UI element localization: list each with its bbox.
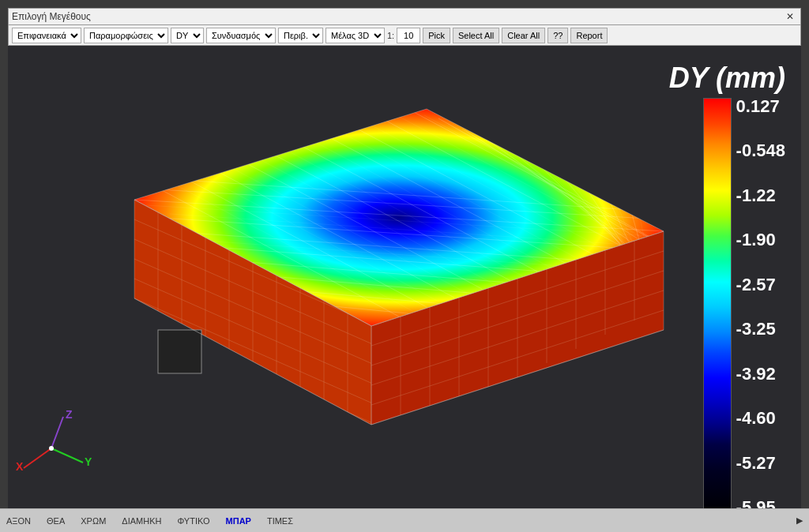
status-scroll: ▶ bbox=[796, 515, 803, 526]
legend-value: -4.60 bbox=[736, 410, 785, 427]
title-bar: Επιλογή Μεγέθους ✕ bbox=[8, 8, 801, 25]
status-phytiko: ΦΥΤΙΚΟ bbox=[177, 516, 209, 526]
member-dropdown[interactable]: Μέλας 3D bbox=[325, 28, 385, 43]
legend-value: -1.90 bbox=[736, 231, 785, 249]
legend-value: -5.27 bbox=[736, 455, 785, 472]
status-mpar: ΜΠΑΡ bbox=[226, 516, 251, 526]
status-axon: ΑΞON bbox=[6, 516, 31, 526]
svg-text:X: X bbox=[16, 460, 24, 473]
category-dropdown[interactable]: Επιφανειακά bbox=[12, 28, 81, 43]
legend-labels: 0.127-0.548-1.22-1.90-2.57-3.25-3.92-4.6… bbox=[736, 98, 785, 508]
envelope-dropdown[interactable]: Περιβ. bbox=[278, 28, 323, 43]
toolbar: Επιφανειακά Παραμορφώσεις DY Συνδυασμός … bbox=[8, 25, 801, 46]
clear-all-button[interactable]: Clear All bbox=[502, 28, 545, 43]
close-button[interactable]: ✕ bbox=[783, 11, 797, 22]
report-button[interactable]: Report bbox=[570, 28, 608, 43]
legend-value: -0.548 bbox=[736, 142, 785, 159]
legend-value: -5.95 bbox=[736, 499, 785, 508]
legend-value: -3.25 bbox=[736, 320, 785, 338]
select-all-button[interactable]: Select All bbox=[453, 28, 499, 43]
status-view: ΘΕΑ bbox=[47, 516, 65, 526]
legend-gradient-bar bbox=[703, 98, 732, 508]
legend-value: -2.57 bbox=[736, 276, 785, 294]
direction-dropdown[interactable]: DY bbox=[171, 28, 204, 43]
pick-button[interactable]: Pick bbox=[423, 28, 450, 43]
combination-dropdown[interactable]: Συνδυασμός bbox=[206, 28, 276, 43]
status-times: ΤΙΜΕΣ bbox=[267, 516, 293, 526]
window-title: Επιλογή Μεγέθους bbox=[12, 11, 91, 22]
legend-bar-container: 0.127-0.548-1.22-1.90-2.57-3.25-3.92-4.6… bbox=[703, 98, 785, 508]
status-bar: ΑΞON ΘΕΑ ΧΡΩΜ ΔΙΑΜΗΚΗ ΦΥΤΙΚΟ ΜΠΑΡ ΤΙΜΕΣ … bbox=[0, 508, 809, 532]
color-legend: DY (mm) 0.127-0.548-1.22-1.90-2.57-3.25-… bbox=[669, 62, 785, 508]
svg-text:Y: Y bbox=[85, 455, 92, 468]
legend-value: -3.92 bbox=[736, 365, 785, 383]
viewport[interactable]: X Y Z DY (mm) 0.127-0.548-1.22-1.90-2.57… bbox=[8, 46, 801, 508]
help-button[interactable]: ?? bbox=[547, 28, 568, 43]
step-label: 1: bbox=[387, 31, 394, 40]
svg-point-106 bbox=[49, 446, 54, 451]
svg-rect-24 bbox=[158, 330, 201, 373]
svg-text:Z: Z bbox=[66, 408, 73, 421]
legend-value: 0.127 bbox=[736, 98, 785, 115]
legend-value: -1.22 bbox=[736, 187, 785, 204]
step-input[interactable] bbox=[397, 28, 420, 43]
deformation-dropdown[interactable]: Παραμορφώσεις bbox=[84, 28, 168, 43]
legend-title: DY (mm) bbox=[669, 62, 785, 95]
status-long: ΔΙΑΜΗΚΗ bbox=[122, 516, 161, 526]
status-color: ΧΡΩΜ bbox=[81, 516, 106, 526]
